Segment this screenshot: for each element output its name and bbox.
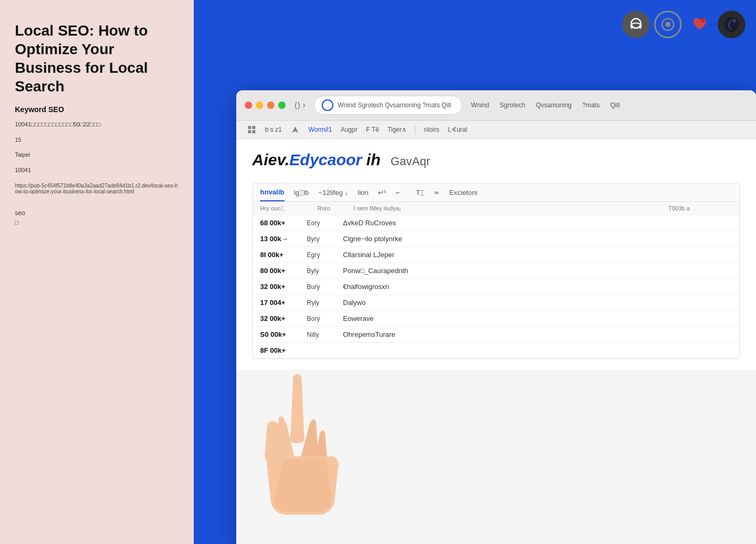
th-hnvalib[interactable]: hnvalib xyxy=(260,184,285,201)
article-title: Local SEO: How to Optimize Your Business… xyxy=(15,21,179,96)
sh-roro: Roro xyxy=(317,205,349,211)
row5-num: 32 00k+ xyxy=(260,283,303,291)
tags-container: seo □ xyxy=(15,209,179,226)
table-row: 68 00k+ Eory ΔvkeD RuCroves xyxy=(253,215,740,231)
tag-seo: seo xyxy=(15,209,179,217)
toolbar-sr[interactable] xyxy=(290,125,300,134)
article-url: https://pub-5c454f571b8e40a3a2aad27ade84… xyxy=(15,183,179,194)
nav-tab-mats[interactable]: ?mats xyxy=(582,101,600,109)
keyword-label: Keyword SEO xyxy=(15,105,179,114)
page-heading: Aiev.Edycaoor ih GavAqr xyxy=(252,150,430,169)
toolbar-bsz1[interactable]: b s z1 xyxy=(265,126,282,133)
row2-abbr: Byry xyxy=(307,235,339,243)
meta-line1: 10041□□□□□□□□□□□□50□22□□□ xyxy=(15,120,179,129)
row9-num: 8F 00k+ xyxy=(260,346,303,354)
svg-point-4 xyxy=(665,22,671,27)
row4-num: 80 00k+ xyxy=(260,267,303,275)
table-row: 80 00k+ Byly Ponw□_Caurapednth xyxy=(253,263,740,279)
row2-name: Clgne⊣lo ptolynrke xyxy=(343,235,732,243)
browser-window: ⟨⟩ › Wnind Sgrotech Qvsamoning ?mats Qit… xyxy=(236,90,756,544)
toolbar-fte[interactable]: F Tē xyxy=(366,126,379,133)
nav-tabs-bar: Wnind Sgrotech Qvsamoning ?mats Qitl xyxy=(471,101,620,109)
icon-heart[interactable] xyxy=(686,11,714,38)
th-return[interactable]: ↵¹ xyxy=(378,184,386,201)
row7-abbr: Bory xyxy=(307,315,339,322)
svg-rect-8 xyxy=(248,126,251,129)
row1-num: 68 00k+ xyxy=(260,219,303,227)
tl-orange[interactable] xyxy=(267,101,274,109)
icon-circle-outline[interactable] xyxy=(654,11,682,38)
th-tk[interactable]: T⌶ xyxy=(416,184,424,201)
row7-name: Eowerave xyxy=(343,314,732,322)
toolbar-augpr[interactable]: Augpr xyxy=(340,126,357,133)
toolbar-nloirs[interactable]: nloirs xyxy=(424,126,440,133)
tl-fullscreen[interactable] xyxy=(278,101,286,109)
row6-name: Dalywo xyxy=(343,299,732,307)
table-row: 8I 00k+ Egry Cllarsinal LJeper xyxy=(253,247,740,263)
icon-headphones[interactable] xyxy=(622,11,650,38)
row5-abbr: Bury xyxy=(307,283,339,291)
row8-abbr: Nilly xyxy=(307,331,339,338)
left-panel: Local SEO: How to Optimize Your Business… xyxy=(0,0,194,544)
meta-zip: 10041 xyxy=(15,166,179,175)
top-icons xyxy=(622,11,745,38)
right-panel: ⟨⟩ › Wnind Sgrotech Qvsamoning ?mats Qit… xyxy=(194,0,756,544)
nav-tab-qvsamoning[interactable]: Qvsamoning xyxy=(536,101,571,109)
tl-close[interactable] xyxy=(245,101,252,109)
row2-num: 13 00k→ xyxy=(260,235,303,243)
toolbar-laural[interactable]: L∢ural xyxy=(448,126,467,133)
table-row: 32 00k+ Bury €halfowigrosxn xyxy=(253,279,740,295)
heading-sub: GavAqr xyxy=(391,155,431,168)
row5-name: €halfowigrosxn xyxy=(343,283,732,291)
browser-circle-icon xyxy=(322,99,333,111)
row3-name: Cllarsinal LJeper xyxy=(343,251,732,259)
nav-tab-sgrotech[interactable]: Sgrotech xyxy=(500,101,525,109)
svg-rect-9 xyxy=(252,126,255,129)
th-lgtlb[interactable]: lg⌶lb xyxy=(294,184,309,201)
tl-minimize[interactable] xyxy=(256,101,263,109)
sh-t003ba: T003b a xyxy=(668,205,732,211)
sh-isem: I sem IMey iludya¡ xyxy=(354,205,664,211)
meta-city: Taipei xyxy=(15,150,179,159)
table-row: 13 00k→ Byry Clgne⊣lo ptolynrke xyxy=(253,231,740,247)
toolbar-tiger[interactable]: Tiger∧ xyxy=(388,126,407,133)
address-text: Wnind Sgrotech Qvsamoning ?mats Qitl xyxy=(338,101,451,109)
row4-name: Ponw□_Caurapednth xyxy=(343,267,732,275)
table-row: S0 00k+ Nilly OhrepemsTurare xyxy=(253,327,740,343)
table-row: 8F 00k+ xyxy=(253,343,740,359)
row8-name: OhrepemsTurare xyxy=(343,330,732,338)
browser-chrome: ⟨⟩ › Wnind Sgrotech Qvsamoning ?mats Qit… xyxy=(236,90,756,121)
th-12lifeg[interactable]: ~12lifeg ↓ xyxy=(319,184,348,201)
address-bar[interactable]: Wnind Sgrotech Qvsamoning ?mats Qitl xyxy=(314,96,462,115)
page-content: Aiev.Edycaoor ih GavAqr hnvalib lg⌶lb ~1… xyxy=(236,139,756,370)
sh-hryoun: Hry oun⌶ xyxy=(260,205,313,211)
table-row: 32 00k+ Bory Eowerave xyxy=(253,311,740,327)
row1-abbr: Eory xyxy=(307,219,339,227)
th-lion[interactable]: lion xyxy=(358,184,368,201)
svg-rect-10 xyxy=(248,130,251,133)
toolbar-4cp[interactable] xyxy=(247,125,256,134)
traffic-lights xyxy=(245,101,286,109)
th-excietoni[interactable]: Excietoni xyxy=(449,184,477,201)
svg-rect-11 xyxy=(252,130,255,133)
back-icon[interactable]: ⟨⟩ xyxy=(294,100,300,110)
svg-point-7 xyxy=(733,19,736,22)
nav-arrows: ⟨⟩ › xyxy=(294,100,305,110)
forward-icon[interactable]: › xyxy=(303,100,305,110)
heading-normal: Aiev. xyxy=(252,151,289,168)
toolbar-row: b s z1 Worm∂1 Augpr F Tē Tiger∧ nloirs L… xyxy=(236,121,756,139)
heading-rest: ih xyxy=(362,151,381,168)
data-table: hnvalib lg⌶lb ~12lifeg ↓ lion ↵¹ ⌐ T⌶ ≃ … xyxy=(252,183,740,359)
th-approx[interactable]: ≃ xyxy=(434,184,440,201)
meta-line2: 15 xyxy=(15,135,179,144)
table-header: hnvalib lg⌶lb ~12lifeg ↓ lion ↵¹ ⌐ T⌶ ≃ … xyxy=(253,184,740,202)
toolbar-wormd1[interactable]: Worm∂1 xyxy=(308,126,332,133)
row6-num: 17 004+ xyxy=(260,299,303,307)
row7-num: 32 00k+ xyxy=(260,314,303,322)
icon-dark-shape[interactable] xyxy=(718,11,745,38)
row3-num: 8I 00k+ xyxy=(260,251,303,259)
nav-tab-wnind[interactable]: Wnind xyxy=(471,101,489,109)
row1-name: ΔvkeD RuCroves xyxy=(343,219,732,227)
th-dash[interactable]: ⌐ xyxy=(396,184,406,201)
nav-tab-qitl[interactable]: Qitl xyxy=(610,101,620,109)
